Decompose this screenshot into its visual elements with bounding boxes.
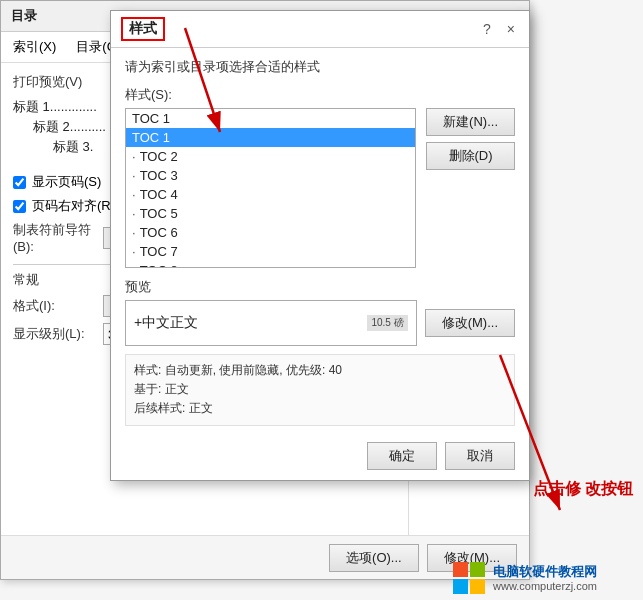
- style-description: 样式: 自动更新, 使用前隐藏, 优先级: 40 基于: 正文 后续样式: 正文: [125, 354, 515, 426]
- dialog-body: 请为索引或目录项选择合适的样式 样式(S): TOC 1 TOC 1 TOC 2…: [111, 48, 529, 480]
- style-desc-line3: 后续样式: 正文: [134, 399, 506, 418]
- dialog-description: 请为索引或目录项选择合适的样式: [125, 58, 515, 76]
- styles-label: 样式(S):: [125, 86, 515, 104]
- svg-rect-6: [453, 579, 468, 594]
- show-page-num-checkbox[interactable]: [13, 176, 26, 189]
- delete-style-button[interactable]: 删除(D): [426, 142, 515, 170]
- style-list-buttons: 新建(N)... 删除(D): [426, 108, 515, 268]
- tab-leader-label: 制表符前导符(B):: [13, 221, 103, 254]
- format-label: 格式(I):: [13, 297, 103, 315]
- main-window: 目录 索引(X) 目录(C) 打印预览(V) 标题 1.............…: [0, 0, 643, 600]
- preview-badge: 10.5 磅: [367, 315, 407, 331]
- style-desc-line1: 样式: 自动更新, 使用前隐藏, 优先级: 40: [134, 361, 506, 380]
- close-button[interactable]: ×: [503, 21, 519, 37]
- menu-index[interactable]: 索引(X): [9, 36, 60, 58]
- style-dialog: 样式 ? × 请为索引或目录项选择合适的样式 样式(S): TOC 1 TOC …: [110, 10, 530, 481]
- list-item-toc5[interactable]: TOC 5: [126, 204, 415, 223]
- cancel-button[interactable]: 取消: [445, 442, 515, 470]
- list-item-toc2[interactable]: TOC 2: [126, 147, 415, 166]
- new-style-button[interactable]: 新建(N)...: [426, 108, 515, 136]
- style-desc-line2: 基于: 正文: [134, 380, 506, 399]
- annotation-text: 点击修 改按钮: [533, 478, 633, 500]
- svg-rect-5: [470, 562, 485, 577]
- dialog-bottom-buttons: 确定 取消: [125, 436, 515, 470]
- preview-row: +中文正文 10.5 磅 修改(M)...: [125, 300, 515, 346]
- list-item-toc7[interactable]: TOC 7: [126, 242, 415, 261]
- list-item-toc3[interactable]: TOC 3: [126, 166, 415, 185]
- options-button[interactable]: 选项(O)...: [329, 544, 419, 572]
- logo-url: www.computerzj.com: [493, 580, 597, 592]
- list-item-toc1-selected[interactable]: TOC 1: [126, 128, 415, 147]
- style-list-area: TOC 1 TOC 1 TOC 2 TOC 3 TOC 4 TOC 5 TOC …: [125, 108, 515, 268]
- help-button[interactable]: ?: [479, 21, 495, 37]
- logo-text-block: 电脑软硬件教程网 www.computerzj.com: [493, 564, 597, 593]
- style-list[interactable]: TOC 1 TOC 1 TOC 2 TOC 3 TOC 4 TOC 5 TOC …: [125, 108, 416, 268]
- modify-button-dialog[interactable]: 修改(M)...: [425, 309, 515, 337]
- windows-logo-icon: [451, 560, 487, 596]
- show-page-num-label: 显示页码(S): [32, 173, 101, 191]
- align-right-checkbox[interactable]: [13, 200, 26, 213]
- list-item-toc1-plain[interactable]: TOC 1: [126, 109, 415, 128]
- preview-label: 预览: [125, 278, 515, 296]
- ok-button[interactable]: 确定: [367, 442, 437, 470]
- dialog-title: 样式: [121, 17, 165, 41]
- list-item-toc6[interactable]: TOC 6: [126, 223, 415, 242]
- level-label: 显示级别(L):: [13, 325, 103, 343]
- svg-rect-4: [453, 562, 468, 577]
- logo-line1: 电脑软硬件教程网: [493, 564, 597, 581]
- list-item-toc8[interactable]: TOC 8: [126, 261, 415, 268]
- logo-area: 电脑软硬件教程网 www.computerzj.com: [443, 556, 643, 600]
- dialog-title-bar: 样式 ? ×: [111, 11, 529, 48]
- list-item-toc4[interactable]: TOC 4: [126, 185, 415, 204]
- dialog-title-controls: ? ×: [479, 21, 519, 37]
- align-right-label: 页码右对齐(R): [32, 197, 115, 215]
- toc-title: 目录: [11, 7, 37, 25]
- preview-section: 预览 +中文正文 10.5 磅 修改(M)...: [125, 278, 515, 346]
- svg-rect-7: [470, 579, 485, 594]
- preview-box: +中文正文 10.5 磅: [125, 300, 417, 346]
- preview-text: +中文正文: [134, 314, 198, 332]
